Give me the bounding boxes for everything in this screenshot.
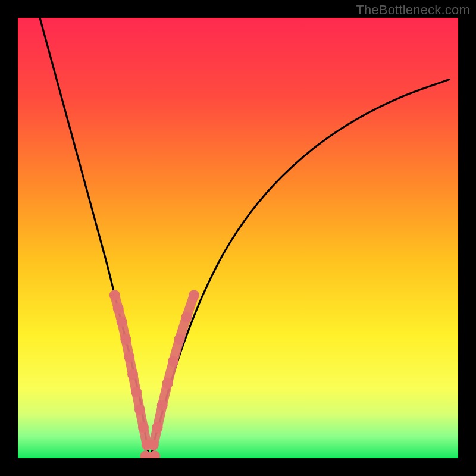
data-point (157, 400, 168, 411)
data-point (134, 405, 145, 415)
gradient-bg (18, 18, 458, 458)
data-point (127, 369, 138, 380)
data-point (168, 356, 178, 367)
chart-frame: TheBottleneck.com (0, 0, 476, 476)
data-point (124, 352, 134, 362)
bottleneck-chart (18, 18, 458, 458)
data-point (152, 422, 163, 433)
data-point (162, 378, 173, 389)
data-point (138, 422, 149, 433)
data-point (189, 290, 199, 300)
data-point (113, 303, 124, 314)
data-point (148, 440, 159, 450)
data-point (117, 317, 127, 327)
watermark-text: TheBottleneck.com (356, 2, 470, 18)
data-point (181, 312, 192, 322)
data-point (174, 334, 185, 345)
data-point (120, 334, 131, 345)
data-point (109, 290, 120, 300)
plot-area (18, 18, 458, 458)
data-point (131, 387, 142, 397)
